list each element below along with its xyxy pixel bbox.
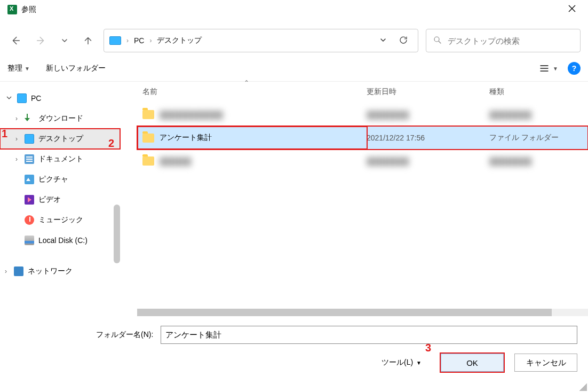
ok-button[interactable]: OK [441,354,504,372]
horizontal-scrollbar-track[interactable] [137,309,588,316]
breadcrumb-root[interactable]: PC [134,36,144,45]
file-list: 1 2 ⌃ 名前 更新日時 種類 ████████████ ████████ █… [120,82,588,316]
sidebar-item-label: ピクチャ [38,175,68,184]
folder-name-label: フォルダー名(N): [96,330,153,340]
file-type: ████████ [489,111,588,119]
column-header-date[interactable]: 更新日時 [367,87,489,97]
file-date: ████████ [367,157,489,166]
annotation-3: 3 [425,342,431,354]
address-bar[interactable]: › PC › デスクトップ [104,29,418,52]
chevron-right-icon: › [13,115,20,122]
window-title: 参照 [21,5,36,14]
network-icon [14,266,23,276]
file-name: ██████ [160,157,192,166]
disk-icon [25,236,34,245]
chevron-down-icon: ▼ [553,66,558,72]
videos-icon [25,195,34,205]
file-type: ████████ [489,157,588,166]
title-bar: 参照 [0,0,588,19]
column-header-type[interactable]: 種類 [489,87,588,97]
sidebar-item-pictures[interactable]: › ピクチャ [0,169,120,190]
search-box[interactable] [426,29,581,52]
nav-back-button[interactable] [7,33,23,49]
sidebar-item-desktop[interactable]: › デスクトップ [0,129,120,149]
file-name: ████████████ [160,111,223,119]
new-folder-label: 新しいフォルダー [46,64,106,73]
column-headers: ⌃ 名前 更新日時 種類 [137,82,588,103]
title-left: 参照 [7,5,36,14]
organize-menu[interactable]: 整理 ▼ [7,64,30,73]
sidebar-root-pc[interactable]: PC [0,88,120,108]
close-icon[interactable] [563,2,581,18]
search-input[interactable] [448,36,574,45]
chevron-right-icon: › [13,135,20,143]
music-icon [25,215,34,225]
sidebar-item-downloads[interactable]: › ダウンロード [0,108,120,129]
sidebar-item-music[interactable]: › ミュージック [0,210,120,230]
sidebar-item-label: ダウンロード [38,114,83,123]
nav-row: › PC › デスクトップ [0,19,588,58]
excel-icon [7,5,17,14]
document-icon [25,154,34,164]
horizontal-scrollbar-thumb[interactable] [137,309,552,316]
refresh-icon[interactable] [395,33,411,49]
cancel-label: キャンセル [526,358,566,368]
breadcrumb-sep-icon: › [126,37,129,44]
footer: フォルダー名(N): 3 ツール(L) ▼ OK キャンセル [0,316,588,377]
folder-name-input[interactable] [161,326,577,344]
sidebar-scrollbar[interactable] [114,205,120,263]
sidebar-item-label: ネットワーク [28,266,73,276]
sidebar-item-label: ミュージック [38,215,83,225]
download-icon [25,114,34,123]
tools-label: ツール(L) [382,358,413,367]
chevron-right-icon: › [2,268,10,275]
sidebar-item-label: ドキュメント [38,154,83,164]
file-date: ████████ [367,111,489,119]
sidebar-item-network[interactable]: › ネットワーク [0,261,120,281]
ok-label: OK [466,358,478,367]
organize-label: 整理 [7,64,22,73]
sidebar: PC › ダウンロード › デスクトップ › ドキュメント › ピクチャ › ビ… [0,82,120,316]
file-date: 2021/12/22 17:56 [367,134,489,142]
chevron-right-icon: › [13,155,20,163]
nav-arrows [7,33,96,49]
resize-grip-icon[interactable] [579,383,587,391]
folder-icon [142,110,154,119]
sidebar-item-label: ビデオ [38,195,61,205]
sidebar-item-local-disk[interactable]: › Local Disk (C:) [0,230,120,250]
main-area: PC › ダウンロード › デスクトップ › ドキュメント › ピクチャ › ビ… [0,81,588,316]
pc-icon [17,93,27,103]
help-icon[interactable]: ? [568,62,581,75]
cancel-button[interactable]: キャンセル [514,354,577,372]
svg-point-0 [434,37,439,42]
chevron-down-icon: ▼ [416,360,422,366]
sort-indicator-icon: ⌃ [244,79,249,87]
file-name: アンケート集計 [160,133,212,143]
file-row-blurred[interactable]: ██████ ████████ ████████ [137,150,588,173]
view-options-button[interactable]: ▼ [539,63,558,74]
search-icon [433,35,442,46]
sidebar-item-label: デスクトップ [38,134,83,144]
pc-icon [109,36,121,45]
address-dropdown-icon[interactable] [376,34,390,48]
sidebar-item-videos[interactable]: › ビデオ [0,190,120,210]
tools-menu[interactable]: ツール(L) ▼ [382,358,430,367]
file-row-selected[interactable]: アンケート集計 2021/12/22 17:56 ファイル フォルダー [137,126,588,150]
breadcrumb-current[interactable]: デスクトップ [157,36,202,45]
folder-icon [142,134,154,143]
file-row-blurred[interactable]: ████████████ ████████ ████████ [137,103,588,126]
sidebar-root-label: PC [31,94,41,103]
sidebar-item-documents[interactable]: › ドキュメント [0,149,120,169]
breadcrumb-sep-icon: › [149,37,152,44]
file-type: ファイル フォルダー [489,133,588,143]
column-header-name[interactable]: 名前 [142,87,367,97]
nav-up-button[interactable] [80,33,96,49]
desktop-icon [25,134,34,144]
new-folder-button[interactable]: 新しいフォルダー [46,64,106,73]
nav-forward-button[interactable] [33,33,49,49]
folder-icon [142,156,154,166]
command-bar: 整理 ▼ 新しいフォルダー ▼ ? [0,58,588,81]
chevron-down-icon: ▼ [25,66,30,72]
chevron-down-icon [5,95,13,103]
nav-recent-dropdown[interactable] [59,35,70,46]
